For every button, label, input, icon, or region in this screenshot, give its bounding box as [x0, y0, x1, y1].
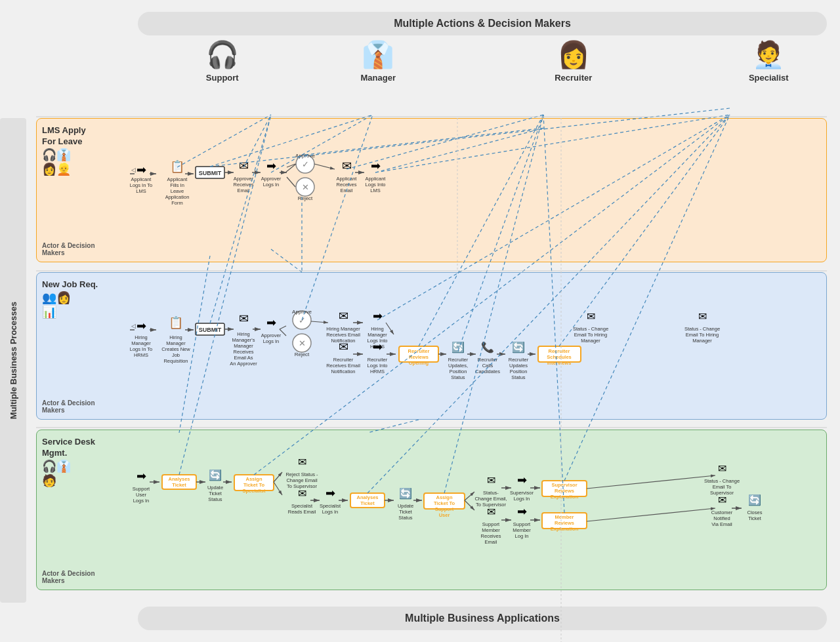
- support-label: Support: [206, 73, 239, 83]
- lane-job: New Job Req. 👥👩📊 Actor & Decision Makers: [36, 272, 827, 420]
- lane-service-actors: Actor & Decision Makers: [42, 570, 101, 584]
- left-label-text: Multiple Business Processes: [9, 302, 18, 419]
- lane-job-header: New Job Req. 👥👩📊: [42, 279, 101, 319]
- actor-manager: 👔 Manager: [339, 39, 417, 83]
- lane-job-actors: Actor & Decision Makers: [42, 399, 101, 414]
- lane-lms-title: LMS Apply For Leave: [42, 125, 101, 148]
- actor-specialist: 🧑‍💼 Specialist: [729, 39, 808, 83]
- support-icon: 🎧: [206, 39, 239, 70]
- specialist-label: Specialist: [749, 73, 789, 83]
- bottom-label: Multiple Business Applications: [405, 612, 560, 624]
- lane-lms: LMS Apply For Leave 🎧👔👩👱 Actor & Decisio…: [36, 118, 827, 262]
- top-banner: Multiple Actions & Decision Makers: [138, 12, 827, 35]
- lane-lms-actors: Actor & Decision Makers: [42, 242, 101, 256]
- lane-lms-icons: 🎧👔👩👱: [42, 148, 101, 176]
- lane-service-title: Service Desk Mgmt.: [42, 437, 101, 459]
- lane-job-title: New Job Req.: [42, 279, 101, 291]
- manager-label: Manager: [361, 73, 396, 83]
- lane-service-icons: 🎧👔🧑: [42, 459, 101, 488]
- bottom-banner: Multiple Business Applications: [138, 607, 827, 630]
- manager-icon: 👔: [362, 39, 394, 70]
- lane-lms-header: LMS Apply For Leave 🎧👔👩👱: [42, 125, 101, 176]
- main-container: Multiple Actions & Decision Makers Multi…: [0, 0, 840, 642]
- actor-support: 🎧 Support: [183, 39, 262, 83]
- left-label: Multiple Business Processes: [0, 118, 26, 603]
- actor-recruiter: 👩 Recruiter: [534, 39, 613, 83]
- top-title: Multiple Actions & Decision Makers: [394, 18, 571, 30]
- lane-service: Service Desk Mgmt. 🎧👔🧑 Actor & Decision …: [36, 430, 827, 590]
- actors-row: 🎧 Support 👔 Manager 👩 Recruiter 🧑‍💼 Spec…: [138, 39, 827, 83]
- lane-service-header: Service Desk Mgmt. 🎧👔🧑: [42, 437, 101, 488]
- lane-job-icons: 👥👩📊: [42, 291, 101, 319]
- recruiter-icon: 👩: [557, 39, 590, 70]
- specialist-icon: 🧑‍💼: [752, 39, 785, 70]
- recruiter-label: Recruiter: [555, 73, 592, 83]
